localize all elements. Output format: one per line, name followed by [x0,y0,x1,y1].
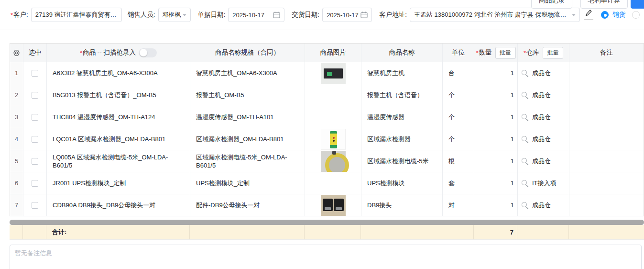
unit-cell: 个 [443,84,474,106]
horizontal-scrollbar-thumb[interactable] [10,220,644,225]
scanner-input-toggle[interactable] [139,48,157,57]
totals-spacer [23,225,46,239]
unit-cell: 对 [443,194,474,216]
salesperson-field: 销售人员: 邓枢枫 [128,8,191,22]
qty-cell[interactable]: 1 [474,62,518,84]
row-checkbox[interactable] [32,92,38,99]
remark-cell[interactable] [569,150,644,172]
row-checkbox[interactable] [32,136,38,143]
customer-label: 客户: [13,11,28,19]
remark-cell[interactable] [569,62,644,84]
warehouse-batch-button[interactable]: 批量 [543,47,563,59]
customer-address-value: 王孟站 13801000972 河北省 沧州市 肃宁县 保税物流中心 [414,11,572,19]
search-icon[interactable] [522,114,528,120]
spec-cell[interactable]: 智慧机房主机_OM-A6-X300A [190,62,305,84]
doc-date-input[interactable]: 2025-10-17 [228,8,284,22]
product-cell[interactable]: A6X302 智慧机房主机_OM-A6-X300A [47,62,190,84]
row-checkbox[interactable] [32,114,38,121]
remark-cell[interactable] [569,172,644,194]
spec-cell[interactable]: 配件-DB9公母接头一对 [190,194,305,216]
calendar-icon [273,11,280,18]
warehouse-cell[interactable]: 成品仓 [518,106,569,128]
customer-address-field: 客户地址: 王孟站 13801000972 河北省 沧州市 肃宁县 保税物流中心 [379,8,580,22]
row-checkbox[interactable] [32,202,38,209]
row-checkbox-cell [23,194,47,216]
warehouse-cell[interactable]: 成品仓 [518,150,569,172]
product-thumbnail-db9-connectors [321,195,346,216]
gross-margin-calc-button[interactable]: 毛利率计算 [580,0,628,9]
row-number: 4 [10,128,23,150]
search-icon[interactable] [522,92,528,98]
warehouse-cell[interactable]: 成品仓 [518,84,569,106]
header-unit: 单位 [443,44,474,62]
row-number: 7 [10,194,23,216]
table-row: 6 JR001 UPS检测模块_定制 UPS检测模块_定制 UPS检测模块 套 … [10,172,644,194]
search-icon[interactable] [522,70,528,76]
warehouse-cell[interactable]: IT接入项 [518,172,569,194]
name-cell: 智慧机房主机 [361,62,443,84]
product-record-button[interactable]: 商品记录 [531,0,572,9]
edit-address-button[interactable] [584,10,593,20]
qty-cell[interactable]: 1 [474,172,518,194]
order-remark-textarea[interactable] [10,245,642,269]
qty-cell[interactable]: 1 [474,106,518,128]
product-cell[interactable]: LQC01A 区域漏水检测器_OM-LDA-B801 [47,128,190,150]
row-number: 3 [10,106,23,128]
search-icon[interactable] [522,158,528,164]
remark-cell[interactable] [569,194,644,216]
doc-date-label: 单据日期: [198,11,226,19]
spec-cell[interactable]: 区域漏水检测电缆-5米_OM-LDA-B601/5 [190,150,305,172]
table-row: 1 A6X302 智慧机房主机_OM-A6-X300A 智慧机房主机_OM-A6… [10,62,644,84]
table-row: 4 LQC01A 区域漏水检测器_OM-LDA-B801 区域漏水检测器_OM-… [10,128,644,150]
pencil-icon [585,10,592,17]
return-radio-partial[interactable] [632,11,640,19]
partial-blue-button[interactable] [631,0,644,9]
warehouse-cell[interactable]: 成品仓 [518,194,569,216]
header-name: 商品名称 [361,44,443,62]
product-image-cell [305,106,361,128]
remark-cell[interactable] [569,84,644,106]
warehouse-cell[interactable]: 成品仓 [518,128,569,150]
required-asterisk: * [524,49,526,56]
warehouse-cell[interactable]: 成品仓 [518,62,569,84]
row-checkbox[interactable] [32,70,38,77]
customer-input[interactable]: 27139 宿迁汇鑫恒泰商贸有限… [31,8,122,22]
name-cell: 温湿度传感器 [361,106,443,128]
qty-cell[interactable]: 1 [474,194,518,216]
product-cell[interactable]: B5G013 报警主机（含语音）_OM-B5 [47,84,190,106]
qty-cell[interactable]: 1 [474,128,518,150]
qty-batch-button[interactable]: 批量 [495,47,516,59]
qty-cell[interactable]: 1 [474,84,518,106]
product-cell[interactable]: JR001 UPS检测模块_定制 [47,172,190,194]
totals-spacer [442,225,474,239]
row-checkbox[interactable] [32,180,38,187]
search-icon[interactable] [522,202,528,208]
product-cell[interactable]: LQ005A 区域漏水检测电缆-5米_OM-LDA-B601/5 [47,150,190,172]
remark-cell[interactable] [569,128,644,150]
customer-address-select[interactable]: 王孟站 13801000972 河北省 沧州市 肃宁县 保税物流中心 [410,8,580,22]
header-qty: * 数量 批量 [474,44,518,62]
salesperson-select[interactable]: 邓枢枫 [158,8,191,22]
spec-cell[interactable]: 温湿度传感器_OM-TH-A101 [190,106,305,128]
required-asterisk: * [80,49,82,56]
remark-cell[interactable] [569,106,644,128]
search-icon[interactable] [522,136,528,142]
spec-cell[interactable]: 报警主机_OM-B5 [190,84,305,106]
spec-cell[interactable]: 区域漏水检测器_OM-LDA-B801 [190,128,305,150]
totals-label: 合计: [46,225,190,239]
column-settings-cell[interactable] [10,44,23,62]
delivery-date-input[interactable]: 2025-10-17 [322,8,372,22]
product-cell[interactable]: CDB90A DB9接头_DB9公母接头一对 [47,194,190,216]
row-checkbox-cell [23,172,47,194]
row-checkbox[interactable] [32,158,38,165]
spec-cell[interactable]: UPS检测模块_定制 [190,172,305,194]
sales-radio-label: 销货 [612,11,625,19]
qty-cell[interactable]: 1 [474,150,518,172]
required-asterisk: * [476,49,478,56]
search-icon[interactable] [522,180,528,186]
unit-cell: 根 [443,150,474,172]
row-checkbox-cell [23,128,47,150]
sales-radio[interactable] [601,11,609,19]
product-cell[interactable]: THC804 温湿度传感器_OM-TH-A124 [47,106,190,128]
row-checkbox-cell [23,84,47,106]
